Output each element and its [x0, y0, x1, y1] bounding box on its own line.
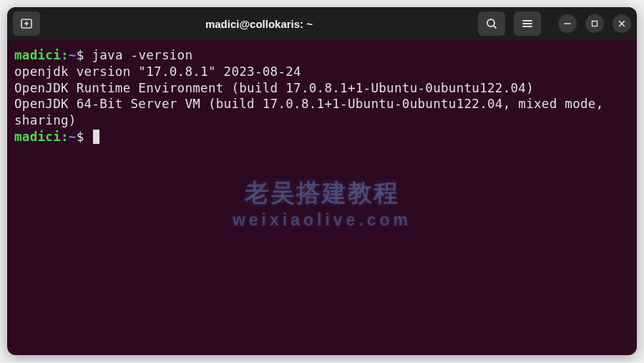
maximize-icon — [590, 19, 599, 28]
prompt-user: madici — [14, 48, 61, 62]
prompt-sep: : — [61, 130, 69, 144]
close-icon — [618, 19, 626, 28]
watermark: 老吴搭建教程 weixiaolive.com — [233, 177, 411, 231]
watermark-main: 老吴搭建教程 — [233, 177, 411, 208]
search-icon — [486, 18, 497, 29]
hamburger-icon — [522, 18, 533, 29]
terminal-output: OpenJDK 64-Bit Server VM (build 17.0.8.1… — [14, 96, 630, 129]
svg-line-4 — [494, 26, 496, 28]
prompt-dollar: $ — [77, 130, 92, 144]
terminal-output: OpenJDK Runtime Environment (build 17.0.… — [14, 80, 630, 97]
prompt-path: ~ — [69, 48, 77, 62]
terminal-output: openjdk version "17.0.8.1" 2023-08-24 — [14, 64, 630, 80]
prompt-sep: : — [61, 48, 69, 62]
window-controls — [558, 14, 631, 33]
new-tab-icon — [20, 17, 33, 30]
titlebar-left — [13, 11, 40, 36]
terminal-line: madici:~$ — [14, 129, 630, 145]
new-tab-button[interactable] — [13, 11, 40, 36]
prompt-dollar: $ — [77, 48, 92, 62]
titlebar: madici@collokaris: ~ — [7, 7, 637, 40]
terminal-body[interactable]: madici:~$ java -version openjdk version … — [7, 40, 637, 355]
minimize-button[interactable] — [558, 14, 577, 33]
prompt-user: madici — [14, 130, 61, 144]
terminal-line: madici:~$ java -version — [14, 47, 630, 64]
search-button[interactable] — [478, 11, 505, 36]
menu-button[interactable] — [514, 11, 541, 36]
command-text: java -version — [92, 48, 192, 62]
window-title: madici@collokaris: ~ — [46, 18, 472, 30]
close-button[interactable] — [613, 14, 631, 33]
svg-rect-9 — [592, 21, 597, 26]
watermark-sub: weixiaolive.com — [233, 210, 411, 231]
maximize-button[interactable] — [585, 14, 604, 33]
prompt-path: ~ — [69, 130, 77, 144]
titlebar-right — [478, 11, 631, 36]
terminal-window: madici@collokaris: ~ — [7, 7, 637, 355]
minimize-icon — [563, 19, 572, 28]
cursor — [93, 130, 99, 144]
